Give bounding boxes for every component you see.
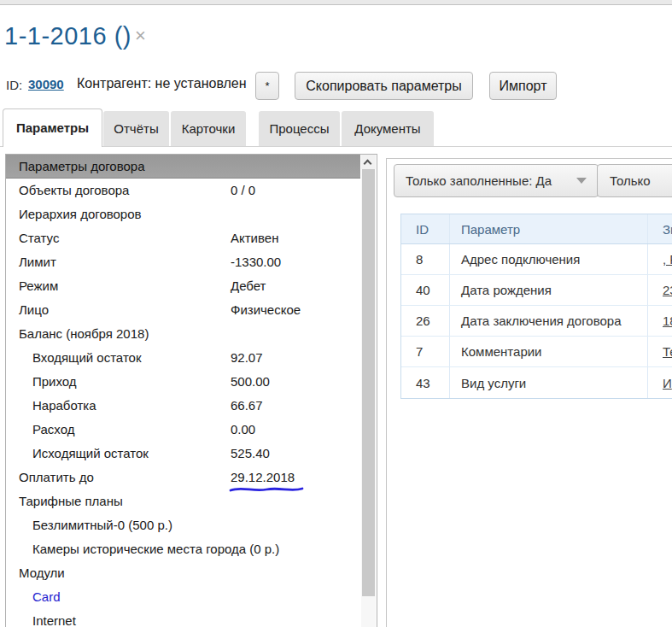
cell-value-link[interactable]: 18	[648, 306, 672, 336]
parameter-row[interactable]: Безлимитный-0 (500 р.)	[6, 513, 360, 537]
parameter-row[interactable]: Оплатить до29.12.2018	[6, 466, 360, 489]
browser-chrome-strip	[0, 0, 672, 5]
parameters-panel-header[interactable]: Параметры договора	[6, 155, 360, 179]
counterparty-select-button[interactable]: *	[255, 72, 279, 100]
parameter-label: Расход	[32, 422, 74, 437]
parameter-label: Приход	[32, 374, 77, 389]
close-icon[interactable]: ×	[135, 25, 146, 46]
parameter-value: 500.00	[231, 370, 270, 394]
parameter-row[interactable]: Камеры исторические места города (0 р.)	[6, 537, 360, 561]
parameter-label: Наработка	[32, 398, 96, 413]
module-link-row[interactable]: Card	[6, 585, 360, 609]
cell-id: 43	[401, 367, 450, 398]
parameter-row[interactable]: Расход0.00	[6, 418, 360, 442]
filter-only-filled-dropdown[interactable]: Только заполненные: Да	[394, 164, 599, 197]
parameter-value: Физическое	[231, 298, 301, 322]
tab-processes[interactable]: Процессы	[259, 111, 340, 146]
parameter-value: 0.00	[231, 418, 255, 442]
parameter-row[interactable]: Тарифные планы	[6, 489, 360, 513]
table-row[interactable]: 7КомментарииТе	[401, 337, 672, 367]
parameter-label: Card	[32, 589, 61, 604]
parameter-row[interactable]: Входящий остаток92.07	[6, 346, 360, 370]
parameter-label: Статус	[19, 231, 59, 245]
parameter-label: Лимит	[19, 255, 56, 269]
table-row[interactable]: 8Адрес подключения, Р	[401, 244, 672, 275]
parameter-row[interactable]: Исходящий остаток525.40	[6, 442, 360, 466]
parameter-label: Исходящий остаток	[32, 446, 149, 460]
parameter-label: Баланс (ноября 2018)	[19, 326, 149, 341]
dropdown-arrow-icon	[576, 178, 587, 184]
chevron-up-icon	[364, 160, 372, 168]
filter-secondary-label: Только	[610, 173, 651, 188]
parameter-value: Дебет	[231, 274, 266, 298]
parameter-row[interactable]: Баланс (ноября 2018)	[6, 322, 360, 346]
contract-parameters-panel: Параметры договора Объекты договора0 / 0…	[5, 154, 377, 627]
parameter-value: 525.40	[231, 442, 270, 466]
import-button[interactable]: Импорт	[489, 72, 557, 100]
cell-value-link[interactable]: , Р	[648, 244, 672, 274]
parameter-label: Тарифные планы	[19, 494, 123, 508]
parameter-label: Входящий остаток	[32, 350, 142, 365]
parameter-label: Режим	[19, 278, 58, 293]
cell-value-link[interactable]: И	[648, 367, 672, 398]
scrollbar-up-button[interactable]	[361, 155, 376, 169]
counterparty-label: Контрагент: не установлен	[77, 76, 247, 91]
cell-parameter: Дата рождения	[450, 275, 648, 305]
parameter-list: Объекты договора0 / 0Иерархия договоровС…	[6, 179, 360, 627]
cell-id: 40	[401, 275, 450, 305]
parameter-value: 0 / 0	[231, 179, 255, 202]
handwritten-underline-annotation	[228, 485, 305, 494]
cell-parameter: Комментарии	[450, 337, 648, 366]
filter-secondary-dropdown[interactable]: Только	[597, 164, 672, 197]
tab-cards[interactable]: Карточки	[171, 111, 246, 146]
parameter-value: 66.67	[231, 394, 263, 418]
contract-title-row: 1-1-2016 ()×	[4, 22, 146, 53]
table-header-row: ID Параметр Зн	[401, 214, 672, 244]
table-row[interactable]: 43Вид услугиИ	[401, 367, 672, 398]
cell-value-link[interactable]: 23	[648, 275, 672, 305]
parameter-label: Безлимитный-0 (500 р.)	[32, 518, 172, 532]
parameter-label: Internet	[32, 613, 76, 627]
tab-documents[interactable]: Документы	[342, 111, 434, 146]
parameter-label: Объекты договора	[19, 183, 129, 197]
parameter-row[interactable]: Лимит-1330.00	[6, 250, 360, 274]
column-header-id: ID	[401, 214, 450, 243]
parameter-row[interactable]: СтатусАктивен	[6, 226, 360, 250]
scrollbar-thumb[interactable]	[362, 169, 375, 596]
parameter-row[interactable]: Объекты договора0 / 0	[6, 179, 360, 202]
contract-id-link[interactable]: 30090	[28, 77, 64, 91]
parameter-value: 92.07	[231, 346, 263, 370]
parameter-row[interactable]: Приход500.00	[6, 370, 360, 394]
parameter-label: Лицо	[19, 302, 49, 317]
id-label: ID:	[6, 78, 22, 92]
contract-info-row: ID: 30090 Контрагент: не установлен * Ск…	[0, 72, 672, 101]
cell-parameter: Вид услуги	[450, 367, 648, 398]
tab-reports[interactable]: Отчёты	[103, 111, 169, 146]
parameter-row[interactable]: Наработка66.67	[6, 394, 360, 418]
left-panel-scrollbar[interactable]	[361, 155, 376, 627]
copy-parameters-button[interactable]: Скопировать параметры	[295, 72, 473, 100]
table-row[interactable]: 40Дата рождения23	[401, 275, 672, 306]
table-row[interactable]: 26Дата заключения договора18	[401, 306, 672, 337]
parameter-row[interactable]: ЛицоФизическое	[6, 298, 360, 322]
cell-value-link[interactable]: Те	[648, 337, 672, 366]
cell-parameter: Дата заключения договора	[450, 306, 648, 336]
cell-id: 26	[401, 306, 450, 336]
parameter-row[interactable]: Иерархия договоров	[6, 202, 360, 226]
parameter-row[interactable]: РежимДебет	[6, 274, 360, 298]
parameter-label: Иерархия договоров	[19, 207, 142, 221]
parameter-label: Оплатить до	[19, 470, 94, 484]
parameter-label: Модули	[19, 565, 65, 580]
parameter-row[interactable]: Модули	[6, 561, 360, 585]
tab-parameters[interactable]: Параметры	[3, 108, 102, 147]
parameter-value: -1330.00	[231, 250, 281, 274]
parameter-row[interactable]: Internet	[6, 609, 360, 627]
parameter-label: Камеры исторические места города (0 р.)	[32, 542, 279, 556]
page-title: 1-1-2016 ()	[4, 22, 131, 50]
cell-id: 7	[401, 337, 450, 366]
cell-id: 8	[401, 244, 450, 274]
cell-parameter: Адрес подключения	[450, 244, 648, 274]
parameter-value: Активен	[231, 226, 278, 250]
parameters-table: ID Параметр Зн 8Адрес подключения, Р40Да…	[400, 214, 672, 399]
parameter-values-panel: Только заполненные: Да Только ID Парамет…	[386, 158, 672, 627]
